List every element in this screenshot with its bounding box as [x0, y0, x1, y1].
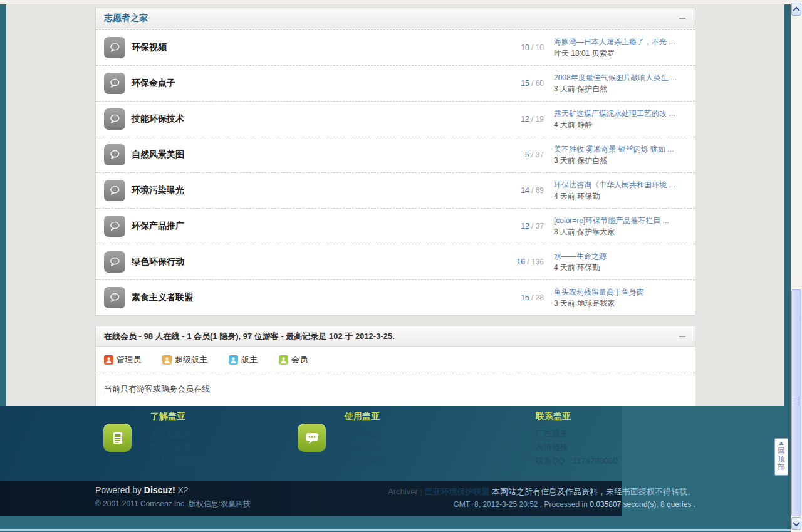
- footer-column-heading: 了解盖亚: [150, 411, 199, 422]
- footer-link[interactable]: 我要提意见: [345, 454, 385, 468]
- page-background: 志愿者之家 环保视频10 / 10海豚湾—日本人屠杀上瘾了，不光 ...昨天 1…: [6, 4, 784, 406]
- forum-row: 环境污染曝光14 / 69环保法咨询《中华人民共和国环境 ...4 天前 环保勤: [96, 173, 695, 209]
- scrollbar-grip-icon: [794, 400, 799, 405]
- last-post-block: 露天矿选煤厂煤泥水处理工艺的改 ...4 天前 静静: [554, 108, 687, 130]
- count-separator: /: [529, 293, 536, 302]
- last-post-meta: 昨天 18:01 贝索罗: [554, 49, 615, 58]
- speech-bubble-icon: [104, 287, 125, 308]
- forum-topic-counts: 12 / 37: [469, 222, 544, 231]
- count-separator: /: [529, 186, 536, 195]
- last-post-link[interactable]: 美不胜收 雾凇奇景 银丝闪烁 犹如 ...: [554, 143, 687, 155]
- footer-link[interactable]: 友情链接: [536, 441, 618, 454]
- speech-bubble-icon: [104, 73, 125, 94]
- powered-prefix: Powered by: [95, 485, 144, 495]
- last-post-block: 2008年度最佳气候图片敲响人类生 ...3 天前 保护自然: [554, 72, 687, 95]
- total-topic-count: 10: [536, 43, 544, 52]
- chat-icon: [298, 424, 326, 452]
- last-post-block: 美不胜收 雾凇奇景 银丝闪烁 犹如 ...3 天前 保护自然: [554, 143, 687, 166]
- forum-name-link[interactable]: 自然风景美图: [132, 149, 184, 160]
- footer-link[interactable]: 盖亚网故事: [150, 441, 199, 454]
- scroll-up-button[interactable]: [791, 3, 801, 16]
- moderator-user-icon: [229, 355, 238, 365]
- forum-name-link[interactable]: 绿色环保行动: [132, 256, 184, 268]
- chevron-up-icon: [793, 6, 799, 13]
- last-post-block: 鱼头农药残留量高于鱼身肉3 天前 地球是我家: [554, 286, 687, 309]
- last-post-link[interactable]: 水——生命之源: [554, 251, 687, 262]
- legend-item: 会员: [279, 354, 308, 365]
- forum-topic-counts: 10 / 10: [469, 43, 544, 52]
- speech-bubble-icon: [104, 108, 125, 130]
- forum-category-title[interactable]: 志愿者之家: [104, 13, 148, 24]
- site-name-link[interactable]: 盖亚环境保护联盟: [424, 487, 489, 496]
- total-topic-count: 28: [536, 293, 544, 302]
- last-post-link[interactable]: [color=re]环保节能产品推荐栏目 ...: [554, 215, 687, 226]
- forum-category-panel: 志愿者之家 环保视频10 / 10海豚湾—日本人屠杀上瘾了，不光 ...昨天 1…: [95, 8, 695, 316]
- arrow-up-icon: [779, 442, 784, 445]
- forum-name-link[interactable]: 环保产品推广: [132, 221, 184, 232]
- new-topic-count: 12: [521, 115, 529, 123]
- footer-link[interactable]: 帮助文档: [345, 441, 385, 454]
- last-post-link[interactable]: 鱼头农药残留量高于鱼身肉: [554, 286, 687, 298]
- collapse-button[interactable]: [678, 14, 687, 23]
- scrollbar-thumb[interactable]: [791, 289, 801, 516]
- collapse-button[interactable]: [678, 332, 687, 341]
- new-topic-count: 16: [517, 258, 525, 266]
- legend-label: 会员: [291, 354, 308, 365]
- count-separator: /: [529, 222, 536, 231]
- total-topic-count: 60: [536, 79, 544, 88]
- process-stats: 0.035807 second(s), 8 queries .: [590, 500, 695, 509]
- last-post-link[interactable]: 环保法咨询《中华人民共和国环境 ...: [554, 179, 687, 190]
- forum-name-link[interactable]: 环境污染曝光: [132, 185, 184, 196]
- speech-bubble-icon: [104, 144, 125, 165]
- footer-link[interactable]: 加入环保联盟: [150, 454, 199, 468]
- forum-topic-counts: 15 / 28: [469, 293, 544, 302]
- window-bottom-edge: [0, 529, 791, 531]
- new-topic-count: 14: [521, 186, 529, 195]
- new-topic-count: 12: [521, 222, 529, 231]
- forum-name-link[interactable]: 技能环保技术: [132, 113, 184, 125]
- discuz-link[interactable]: Discuz!: [144, 485, 175, 495]
- footer-link[interactable]: 网站地图: [345, 427, 385, 441]
- browser-scrollbar-track[interactable]: [791, 0, 802, 532]
- news-icon: [103, 424, 132, 452]
- rights-notice: 本网站之所有信息及作品资料，未经书面授权不得转载。: [489, 487, 695, 496]
- footer-link[interactable]: 广告服务: [536, 427, 618, 441]
- gmt-time: GMT+8, 2012-3-25 20:52 , Processed in: [453, 500, 590, 509]
- footer-column: 联系盖亚广告服务友情链接联系QQ：1174798080: [536, 411, 618, 468]
- scroll-down-button[interactable]: [791, 517, 801, 530]
- online-notice: 当前只有游客或隐身会员在线: [96, 373, 695, 409]
- online-members-panel: 在线会员 - 98 人在线 - 1 会员(1 隐身), 97 位游客 - 最高记…: [95, 326, 695, 410]
- legend-label: 超级版主: [175, 354, 207, 365]
- forum-name-link[interactable]: 环保金点子: [132, 78, 175, 89]
- last-post-block: 环保法咨询《中华人民共和国环境 ...4 天前 环保勤: [554, 179, 687, 202]
- archiver-link[interactable]: Archiver: [388, 487, 418, 496]
- footer-link[interactable]: 联系QQ：1174798080: [536, 454, 618, 468]
- last-post-link[interactable]: 2008年度最佳气候图片敲响人类生 ...: [554, 72, 687, 83]
- forum-topic-counts: 5 / 37: [469, 150, 544, 159]
- footer-column: 使用盖亚网站地图帮助文档我要提意见: [345, 411, 385, 468]
- forum-name-link[interactable]: 环保视频: [132, 42, 167, 53]
- speech-bubble-icon: [104, 180, 125, 201]
- new-topic-count: 15: [521, 79, 529, 88]
- last-post-link[interactable]: 露天矿选煤厂煤泥水处理工艺的改 ...: [554, 108, 687, 119]
- back-to-top-button[interactable]: 回顶部: [774, 438, 788, 476]
- copyright-line: © 2001-2011 Comsenz Inc. 版权信息:双赢科技: [95, 499, 251, 509]
- footer-column-heading: 使用盖亚: [345, 411, 385, 422]
- site-footer: Powered by Discuz! X2 © 2001-2011 Comsen…: [0, 406, 791, 532]
- forum-row: 技能环保技术12 / 19露天矿选煤厂煤泥水处理工艺的改 ...4 天前 静静: [96, 102, 695, 137]
- minus-icon: [679, 336, 685, 337]
- forum-name-link[interactable]: 素食主义者联盟: [132, 292, 193, 303]
- member-user-icon: [279, 355, 288, 365]
- speech-bubble-icon: [104, 216, 125, 237]
- last-post-meta: 3 天前 地球是我家: [554, 299, 615, 308]
- last-post-meta: 3 天前 保护靠大家: [554, 227, 615, 236]
- last-post-link[interactable]: 海豚湾—日本人屠杀上瘾了，不光 ...: [554, 36, 687, 48]
- legend-item: 版主: [229, 354, 258, 365]
- total-topic-count: 19: [536, 115, 544, 123]
- count-separator: /: [529, 43, 536, 52]
- forum-row: 环保视频10 / 10海豚湾—日本人屠杀上瘾了，不光 ...昨天 18:01 贝…: [96, 30, 695, 66]
- total-topic-count: 136: [531, 258, 544, 266]
- new-topic-count: 5: [525, 150, 529, 159]
- footer-link[interactable]: 关于盖亚网: [150, 427, 199, 441]
- last-post-meta: 4 天前 静静: [554, 120, 592, 129]
